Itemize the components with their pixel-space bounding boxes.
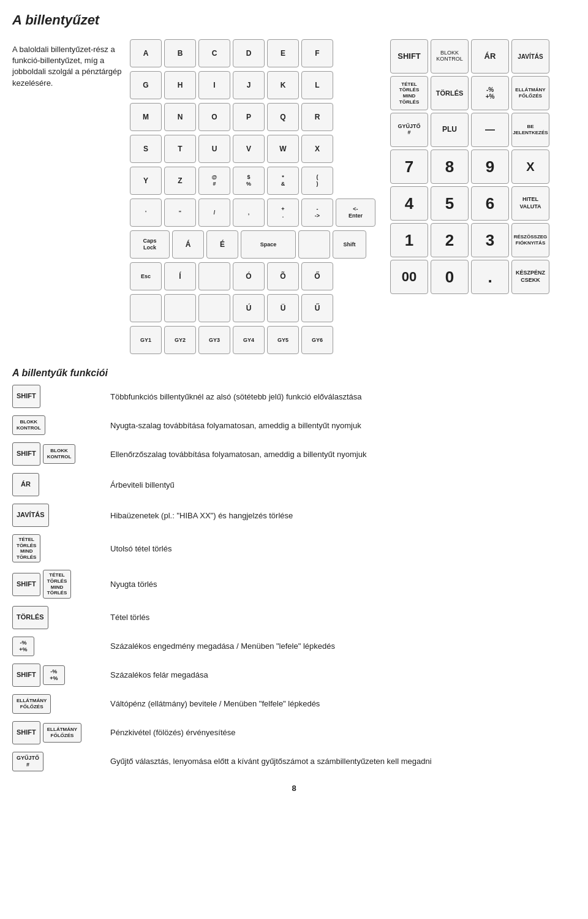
key-i-accent[interactable]: Í <box>164 262 196 290</box>
legend-key-gyujto[interactable]: GYŰJTŐ# <box>12 752 43 771</box>
key-plus[interactable]: +. <box>267 199 299 227</box>
key-a-accent[interactable]: Á <box>172 230 204 259</box>
key-esc[interactable]: Esc <box>130 262 162 290</box>
key-t[interactable]: T <box>164 135 196 163</box>
key-enter[interactable]: <-Enter <box>336 199 375 227</box>
numpad-shift[interactable]: SHIFT <box>390 39 428 74</box>
legend-key-blokk[interactable]: BLOKKKONTROL <box>12 415 45 435</box>
key-x[interactable]: X <box>301 135 333 163</box>
numpad-1[interactable]: 1 <box>390 223 428 257</box>
legend-key-shift2[interactable]: SHIFT <box>12 442 40 466</box>
legend-key-ellatmany2[interactable]: ELLÁTMÁNYFŐLŐZÉS <box>43 723 81 743</box>
key-gy5[interactable]: GY5 <box>267 326 299 354</box>
legend-key-ellatmany[interactable]: ELLÁTMÁNYFŐLŐZÉS <box>12 694 51 714</box>
key-g[interactable]: G <box>130 71 162 99</box>
numpad-bejelentkezes[interactable]: BEJELENTKEZÉS <box>511 113 549 147</box>
numpad-00[interactable]: 00 <box>390 260 428 294</box>
key-j[interactable]: J <box>233 71 265 99</box>
numpad-percent[interactable]: -%+% <box>471 76 509 110</box>
key-capslock[interactable]: CapsLock <box>130 230 170 259</box>
key-paren[interactable]: () <box>301 167 333 195</box>
key-u-umlaut[interactable]: Ü <box>267 294 299 322</box>
numpad-8[interactable]: 8 <box>431 149 469 184</box>
key-l[interactable]: L <box>301 71 333 99</box>
key-o[interactable]: O <box>198 103 230 131</box>
legend-key-javitas[interactable]: JAVÍTÁS <box>12 504 49 527</box>
key-comma[interactable]: , <box>233 199 265 227</box>
key-f[interactable]: F <box>301 39 333 67</box>
legend-key-tetel[interactable]: TÉTELTÖRLÉSMINDTÖRLÉS <box>12 534 40 562</box>
key-gy6[interactable]: GY6 <box>301 326 333 354</box>
key-w[interactable]: W <box>267 135 299 163</box>
numpad-0[interactable]: 0 <box>431 260 469 294</box>
key-d[interactable]: D <box>233 39 265 67</box>
key-quote1[interactable]: ' <box>130 199 162 227</box>
key-gy2[interactable]: GY2 <box>164 326 196 354</box>
key-u-accent[interactable]: Ú <box>233 294 265 322</box>
key-e[interactable]: E <box>267 39 299 67</box>
numpad-tetel-torles[interactable]: TÉTELTÖRLÉSMINDTÖRLÉS <box>390 76 428 110</box>
key-b[interactable]: B <box>164 39 196 67</box>
key-at[interactable]: @# <box>198 167 230 195</box>
numpad-ellatmany[interactable]: ELLÁTMÁNYFŐLŐZÉS <box>511 76 549 110</box>
numpad-dot[interactable]: . <box>471 260 509 294</box>
numpad-5[interactable]: 5 <box>431 186 469 221</box>
key-u-dbl[interactable]: Ű <box>301 294 333 322</box>
legend-key-percent2[interactable]: -%+% <box>43 665 65 685</box>
key-percent[interactable]: $% <box>233 167 265 195</box>
numpad-4[interactable]: 4 <box>390 186 428 221</box>
key-v[interactable]: V <box>233 135 265 163</box>
key-gy1[interactable]: GY1 <box>130 326 162 354</box>
numpad-reszosszeg[interactable]: RÉSZÖSSZEGFIÓKNYITÁS <box>511 223 549 257</box>
key-c[interactable]: C <box>198 39 230 67</box>
key-s[interactable]: S <box>130 135 162 163</box>
key-shift-left[interactable]: Shift <box>333 230 366 259</box>
numpad-x[interactable]: X <box>511 149 549 184</box>
key-gy3[interactable]: GY3 <box>198 326 230 354</box>
key-o-dbl[interactable]: Ő <box>301 262 333 290</box>
legend-key-blokk2[interactable]: BLOKKKONTROL <box>43 444 76 464</box>
numpad-plu[interactable]: PLU <box>431 113 469 147</box>
key-o-tilde[interactable]: Õ <box>267 262 299 290</box>
numpad-torles[interactable]: TÖRLÉS <box>431 76 469 110</box>
numpad-gyujto[interactable]: GYŰJTŐ# <box>390 113 428 147</box>
numpad-ar[interactable]: ÁR <box>471 39 509 74</box>
key-o-accent[interactable]: Ó <box>233 262 265 290</box>
key-star[interactable]: *& <box>267 167 299 195</box>
legend-key-shift3[interactable]: SHIFT <box>12 573 40 596</box>
key-r[interactable]: R <box>301 103 333 131</box>
numpad-2[interactable]: 2 <box>431 223 469 257</box>
key-k[interactable]: K <box>267 71 299 99</box>
key-y[interactable]: Y <box>130 167 162 195</box>
numpad-javitas[interactable]: JAVÍTÁS <box>511 39 549 74</box>
key-minus[interactable]: --> <box>301 199 333 227</box>
numpad-3[interactable]: 3 <box>471 223 509 257</box>
legend-key-percent[interactable]: -%+% <box>12 637 34 656</box>
key-u[interactable]: U <box>198 135 230 163</box>
key-a[interactable]: A <box>130 39 162 67</box>
key-slash[interactable]: / <box>198 199 230 227</box>
numpad-9[interactable]: 9 <box>471 149 509 184</box>
legend-key-tetel2[interactable]: TÉTELTÖRLÉSMINDTÖRLÉS <box>43 570 71 598</box>
legend-key-shift4[interactable]: SHIFT <box>12 664 40 687</box>
key-q[interactable]: Q <box>267 103 299 131</box>
key-i[interactable]: I <box>198 71 230 99</box>
key-p[interactable]: P <box>233 103 265 131</box>
key-h[interactable]: H <box>164 71 196 99</box>
numpad-keszpenz-csekk[interactable]: KÉSZPÉNZCSEKK <box>511 260 549 294</box>
legend-key-shift5[interactable]: SHIFT <box>12 721 40 744</box>
numpad-7[interactable]: 7 <box>390 149 428 184</box>
key-n[interactable]: N <box>164 103 196 131</box>
numpad-hitel-valuta[interactable]: HITELVALUTA <box>511 186 549 221</box>
numpad-dash[interactable]: — <box>471 113 509 147</box>
key-quote2[interactable]: " <box>164 199 196 227</box>
legend-key-torles[interactable]: TÖRLÉS <box>12 606 48 629</box>
key-m[interactable]: M <box>130 103 162 131</box>
numpad-blokk-kontrol[interactable]: BLOKKKONTROL <box>431 39 469 74</box>
numpad-6[interactable]: 6 <box>471 186 509 221</box>
key-gy4[interactable]: GY4 <box>233 326 265 354</box>
key-space[interactable]: Space <box>241 230 296 259</box>
key-e-accent[interactable]: É <box>206 230 238 259</box>
key-z[interactable]: Z <box>164 167 196 195</box>
legend-key-ar[interactable]: ÁR <box>12 473 39 496</box>
